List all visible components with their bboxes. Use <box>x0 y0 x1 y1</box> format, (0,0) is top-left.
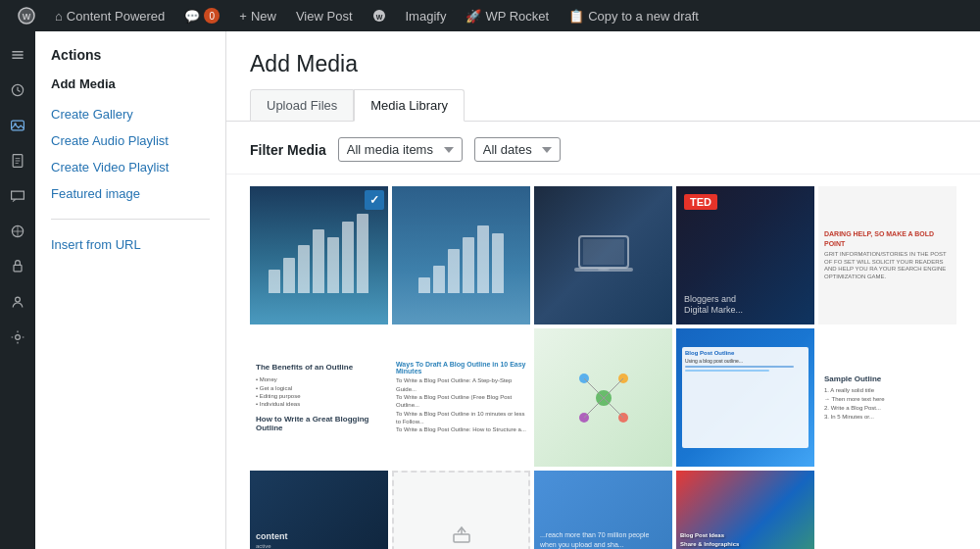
copy-icon: 📋 <box>568 9 584 24</box>
media-item[interactable]: DARING HELP, SO MAKE A BOLD POINT GRIT I… <box>818 186 956 324</box>
media-type-select[interactable]: All media items Images Audio Video <box>338 137 463 162</box>
svg-point-10 <box>16 297 21 302</box>
create-gallery-link[interactable]: Create Gallery <box>35 101 225 127</box>
svg-rect-9 <box>14 265 22 271</box>
actions-divider <box>51 219 210 220</box>
media-item[interactable]: content active <box>250 471 388 549</box>
insert-from-url-link[interactable]: Insert from URL <box>35 231 225 258</box>
svg-point-11 <box>16 335 21 340</box>
home-button[interactable]: ⌂ Content Powered <box>45 0 174 31</box>
create-audio-playlist-link[interactable]: Create Audio Playlist <box>35 127 225 154</box>
svg-point-15 <box>598 269 610 271</box>
sidebar-appearance-icon[interactable] <box>0 216 35 247</box>
filter-area: Filter Media All media items Images Audi… <box>226 122 980 175</box>
copy-to-draft-label: Copy to a new draft <box>588 9 699 24</box>
rocket-icon: 🚀 <box>466 9 481 24</box>
tab-bar: Upload Files Media Library <box>250 89 956 121</box>
svg-line-24 <box>604 398 623 418</box>
content-area: Add Media Upload Files Media Library Fil… <box>226 31 980 549</box>
media-item[interactable] <box>534 186 672 324</box>
media-item[interactable] <box>250 186 388 324</box>
admin-sidebar <box>0 31 35 549</box>
media-item[interactable]: Sample Outline 1. A really solid title →… <box>818 328 956 467</box>
wp-rocket-label: WP Rocket <box>485 9 549 24</box>
svg-rect-5 <box>12 121 24 130</box>
media-item[interactable]: Upload a file <box>392 471 530 549</box>
sidebar-media-icon[interactable] <box>0 110 35 141</box>
media-item[interactable] <box>392 186 530 324</box>
view-post-label: View Post <box>296 9 353 24</box>
featured-image-link[interactable]: Featured image <box>35 180 225 207</box>
media-item[interactable]: The Benefits of an Outline • Money• Get … <box>250 328 388 467</box>
svg-text:W: W <box>23 12 31 22</box>
upload-files-tab[interactable]: Upload Files <box>250 89 354 122</box>
media-item[interactable]: ...reach more than 70 million people whe… <box>534 471 672 549</box>
sidebar-dashboard-icon[interactable] <box>0 39 35 71</box>
main-layout: Actions Add Media Create Gallery Create … <box>0 31 980 549</box>
date-filter-select[interactable]: All dates 2024 2023 2022 <box>474 137 561 162</box>
view-post-button[interactable]: View Post <box>286 0 363 31</box>
sidebar-settings-icon[interactable] <box>0 322 35 353</box>
svg-line-22 <box>604 378 623 398</box>
actions-heading: Actions <box>35 47 225 71</box>
media-item[interactable] <box>534 328 672 467</box>
new-label: New <box>251 9 276 24</box>
admin-bar: W ⌂ Content Powered 💬 0 + New View Post … <box>0 0 980 31</box>
modal-title: Add Media <box>250 51 956 77</box>
wp-logo-small[interactable]: W <box>363 0 396 31</box>
svg-line-23 <box>584 398 604 418</box>
media-item[interactable]: Blog Post Outline Using a blog post outl… <box>676 328 814 467</box>
sidebar-posts-icon[interactable] <box>0 75 35 106</box>
wp-rocket-button[interactable]: 🚀 WP Rocket <box>456 0 559 31</box>
modal-header: Add Media Upload Files Media Library <box>226 31 980 122</box>
comments-button[interactable]: 💬 0 <box>174 0 229 31</box>
add-media-link[interactable]: Add Media <box>35 71 225 97</box>
imagify-button[interactable]: Imagify <box>396 0 457 31</box>
create-video-playlist-link[interactable]: Create Video Playlist <box>35 154 225 180</box>
media-library-tab[interactable]: Media Library <box>354 89 465 122</box>
svg-text:W: W <box>375 14 382 21</box>
comments-icon: 💬 <box>184 9 200 24</box>
media-grid-area: TED Bloggers andDigital Marke... DARING … <box>226 175 980 549</box>
wp-logo-button[interactable]: W <box>8 0 45 31</box>
media-item[interactable]: TED Bloggers andDigital Marke... <box>676 186 814 324</box>
plus-icon: + <box>239 9 247 24</box>
new-button[interactable]: + New <box>229 0 286 31</box>
comments-badge: 0 <box>204 8 220 24</box>
actions-panel: Actions Add Media Create Gallery Create … <box>35 31 226 549</box>
copy-to-draft-button[interactable]: 📋 Copy to a new draft <box>559 0 709 31</box>
home-icon: ⌂ <box>55 9 63 24</box>
site-name: Content Powered <box>67 9 165 24</box>
svg-rect-13 <box>583 239 624 265</box>
sidebar-users-icon[interactable] <box>0 286 35 318</box>
sidebar-plugins-icon[interactable] <box>0 251 35 282</box>
svg-rect-25 <box>454 534 469 542</box>
sidebar-comments-icon[interactable] <box>0 180 35 212</box>
media-item[interactable]: Blog Post IdeasShare & Infographics <box>676 471 814 549</box>
sidebar-pages-icon[interactable] <box>0 145 35 176</box>
svg-line-21 <box>584 378 604 398</box>
media-grid: TED Bloggers andDigital Marke... DARING … <box>250 186 956 549</box>
imagify-label: Imagify <box>406 9 447 24</box>
media-item[interactable]: Ways To Draft A Blog Outline in 10 Easy … <box>392 328 530 467</box>
filter-media-label: Filter Media <box>250 142 326 158</box>
